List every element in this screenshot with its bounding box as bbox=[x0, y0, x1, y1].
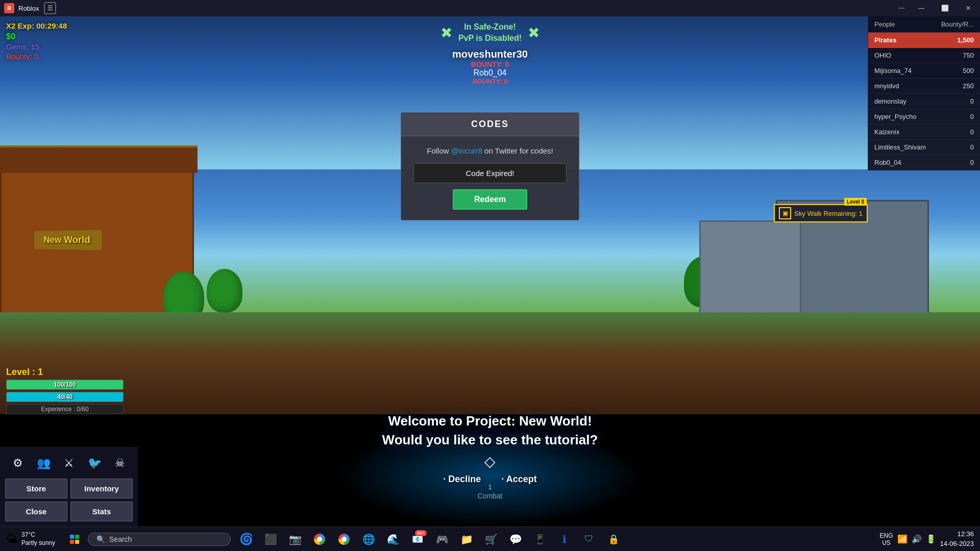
taskbar-help-icon[interactable]: ℹ bbox=[553, 528, 576, 550]
taskbar-vpn-icon[interactable]: 🛡 bbox=[578, 528, 600, 550]
decline-button[interactable]: Decline bbox=[443, 474, 481, 485]
taskbar-right: ENGUS 📶 🔊 🔋 12:36 14-06-2023 bbox=[873, 530, 980, 548]
leaderboard-panel: People Bounty/R... Pirates1,500OHIO750Mi… bbox=[868, 16, 980, 170]
lb-player-value: 750 bbox=[963, 52, 974, 59]
start-button[interactable] bbox=[63, 528, 86, 550]
skywalk-indicator: Level 0 ▣ Sky Walk Remaining: 1 bbox=[774, 204, 868, 222]
lb-col-bounty: Bounty/R... bbox=[941, 20, 974, 28]
taskbar-phone-icon[interactable]: 📱 bbox=[529, 528, 551, 550]
bounty-display: Bounty: 0 bbox=[6, 52, 67, 61]
accept-button[interactable]: Accept bbox=[501, 474, 536, 485]
more-button[interactable]: ··· bbox=[893, 0, 910, 16]
language-indicator: ENGUS bbox=[879, 532, 893, 546]
menu-icons-row: ⚙ 👥 ⚔ 🐦 ☠ bbox=[5, 452, 133, 474]
skywalk-level: Level 0 bbox=[844, 198, 867, 206]
taskbar-chrome2-icon[interactable] bbox=[333, 528, 355, 550]
lb-player-name: OHIO bbox=[874, 52, 891, 59]
search-text: Search bbox=[109, 535, 132, 543]
store-button[interactable]: Store bbox=[5, 479, 67, 498]
inventory-button[interactable]: Inventory bbox=[70, 479, 133, 498]
lb-player-name: Mijisoma_74 bbox=[874, 67, 912, 74]
player-name: moveshunter30 bbox=[440, 48, 540, 60]
skull-icon-btn[interactable]: ☠ bbox=[109, 452, 131, 474]
taskbar-roblox-icon[interactable]: 🌐 bbox=[357, 528, 380, 550]
exp-value: Experience : 0/60 bbox=[41, 406, 88, 413]
skywalk-icon: ▣ bbox=[779, 207, 791, 219]
close-button-menu[interactable]: Close bbox=[5, 502, 67, 521]
quests-icon-btn[interactable]: ⚔ bbox=[58, 452, 80, 474]
exp-bar-container: Experience : 0/60 bbox=[6, 404, 124, 414]
maximize-button[interactable]: ⬜ bbox=[933, 0, 957, 16]
taskbar-edge2-icon[interactable]: 🌊 bbox=[382, 528, 404, 550]
player-bounty: BOUNTY: 0 bbox=[440, 60, 540, 68]
new-world-sign: New World bbox=[35, 230, 102, 250]
date-display: 14-06-2023 bbox=[940, 539, 974, 548]
taskbar-badge-icon[interactable]: 📧99+ bbox=[406, 528, 429, 550]
players-icon-btn[interactable]: 👥 bbox=[32, 452, 55, 474]
search-icon: 🔍 bbox=[96, 535, 105, 543]
volume-icon: 🔊 bbox=[912, 534, 922, 544]
taskbar: 🌤 37°C Partly sunny 🔍 Search 🌀 ⬛ 📷 🌐 🌊 bbox=[0, 527, 980, 551]
taskbar-folder-icon[interactable]: 📁 bbox=[455, 528, 478, 550]
codes-modal: CODES Follow @incurr8 on Twitter for cod… bbox=[401, 112, 579, 220]
lb-player-value: 0 bbox=[970, 113, 974, 120]
energy-bar-fill: 40/40 bbox=[7, 392, 123, 402]
taskbar-time: 12:36 14-06-2023 bbox=[940, 530, 974, 548]
titlebar: R Roblox ☰ ··· — ⬜ ✕ bbox=[0, 0, 980, 16]
energy-bar-container: 40/40 bbox=[6, 392, 124, 402]
leaderboard-rows: Pirates1,500OHIO750Mijisoma_74500mnyidvd… bbox=[868, 33, 980, 170]
lb-player-value: 0 bbox=[970, 128, 974, 136]
leaderboard-row: mnyidvd250 bbox=[868, 79, 980, 94]
taskbar-apps: 🌀 ⬛ 📷 🌐 🌊 📧99+ 🎮 📁 🛒 💬 📱 ℹ 🛡 🔒 bbox=[235, 528, 873, 550]
lb-player-name: Rob0_04 bbox=[874, 159, 901, 166]
hud-top: ✖ In Safe-Zone! PvP is Disabled! ✖ moves… bbox=[440, 21, 540, 85]
stats-panel: Level : 1 100/100 40/40 Experience : 0/6… bbox=[6, 367, 124, 414]
lb-col-people: People bbox=[874, 20, 895, 28]
taskbar-whatsapp-icon[interactable]: 💬 bbox=[504, 528, 527, 550]
weather-icon: 🌤 bbox=[6, 533, 17, 546]
weather-text: 37°C Partly sunny bbox=[21, 531, 55, 547]
leaderboard-row: hyper_Psycho0 bbox=[868, 109, 980, 124]
health-value: 100/100 bbox=[54, 381, 76, 388]
leaderboard-row: Rob0_040 bbox=[868, 155, 980, 170]
lb-player-name: mnyidvd bbox=[874, 82, 899, 90]
lb-player-value: 250 bbox=[963, 82, 974, 90]
chat-icon[interactable]: ☰ bbox=[44, 2, 56, 14]
leaderboard-header: People Bounty/R... bbox=[868, 16, 980, 33]
app-icon: R bbox=[4, 3, 14, 13]
skywalk-label: Sky Walk Remaining: 1 bbox=[794, 210, 863, 217]
xp-timer: X2 Exp: 00:29:48 bbox=[6, 21, 67, 30]
twitter-handle: @incurr8 bbox=[451, 146, 482, 155]
taskbar-amazon-icon[interactable]: 🛒 bbox=[480, 528, 502, 550]
taskbar-edge-icon[interactable]: 🌀 bbox=[235, 528, 257, 550]
stats-button[interactable]: Stats bbox=[70, 502, 133, 521]
leaderboard-row: Pirates1,500 bbox=[868, 33, 980, 48]
taskbar-video-icon[interactable]: 📷 bbox=[284, 528, 306, 550]
taskbar-shield-icon[interactable]: 🔒 bbox=[602, 528, 625, 550]
weather-desc: Partly sunny bbox=[21, 539, 55, 547]
settings-icon-btn[interactable]: ⚙ bbox=[7, 452, 29, 474]
taskbar-file-icon[interactable]: ⬛ bbox=[259, 528, 282, 550]
menu-buttons-grid: Store Inventory Close Stats bbox=[5, 479, 133, 521]
level-display: Level : 1 bbox=[6, 367, 124, 378]
safe-zone-icon-left: ✖ bbox=[440, 24, 452, 41]
codes-input[interactable] bbox=[413, 163, 567, 183]
codes-follow-text: Follow @incurr8 on Twitter for codes! bbox=[413, 146, 567, 155]
npc-name: Rob0_04 bbox=[440, 68, 540, 78]
lb-player-name: hyper_Psycho bbox=[874, 113, 916, 120]
npc-bounty: BOUNTY: 0 bbox=[440, 78, 540, 85]
taskbar-search[interactable]: 🔍 Search bbox=[88, 533, 231, 546]
leaderboard-row: Kaizenix0 bbox=[868, 124, 980, 140]
lb-player-value: 1,500 bbox=[957, 36, 974, 44]
twitter-icon-btn[interactable]: 🐦 bbox=[83, 452, 106, 474]
close-button[interactable]: ✕ bbox=[957, 0, 980, 16]
minimize-button[interactable]: — bbox=[910, 0, 933, 16]
tutorial-buttons: Decline Accept bbox=[382, 474, 598, 485]
taskbar-chrome-icon[interactable] bbox=[308, 528, 331, 550]
codes-body: Follow @incurr8 on Twitter for codes! Re… bbox=[401, 136, 579, 220]
battery-icon: 🔋 bbox=[926, 534, 936, 544]
taskbar-gamepass-icon[interactable]: 🎮 bbox=[431, 528, 453, 550]
redeem-button[interactable]: Redeem bbox=[453, 189, 527, 210]
lb-player-value: 0 bbox=[970, 143, 974, 151]
health-bar-fill: 100/100 bbox=[7, 380, 123, 389]
